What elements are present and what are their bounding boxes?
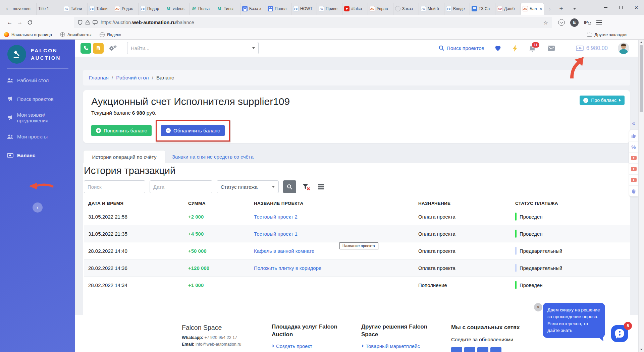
scrollbar-thumb[interactable]	[640, 45, 643, 112]
social-icon[interactable]	[464, 347, 475, 352]
browser-tab[interactable]: Панел ×	[266, 3, 291, 15]
browser-tab[interactable]: FS Введе ×	[444, 3, 470, 15]
tab-scroll-right-icon[interactable]: ›	[545, 3, 554, 15]
messages-button[interactable]	[548, 46, 555, 51]
browser-tab[interactable]: AU Дашб ×	[495, 3, 521, 15]
other-bookmarks[interactable]: Другие закладки	[587, 33, 640, 37]
browser-tab[interactable]: FS Табли ×	[87, 3, 113, 15]
sidebar-item[interactable]: Рабочий стол	[0, 71, 75, 90]
marketplace-link[interactable]: Товарный маркетплейс	[361, 343, 445, 349]
browser-tab[interactable]: FS Приве ×	[317, 3, 342, 15]
activity-button[interactable]	[513, 45, 518, 52]
social-icon[interactable]	[451, 347, 462, 352]
back-button[interactable]: ←	[5, 17, 15, 27]
balance-indicator[interactable]: 6 980.00	[576, 45, 608, 51]
sidebar-item[interactable]: Баланс	[0, 146, 75, 165]
scroll-down-icon[interactable]	[640, 349, 643, 350]
browser-menu-icon[interactable]	[596, 20, 602, 21]
project-link[interactable]: Положить плитку в коридоре	[254, 265, 321, 271]
address-bar[interactable]: https://auction.web-automation.ru/balanc…	[74, 17, 552, 28]
like-widget-button[interactable]	[629, 130, 638, 141]
favorites-button[interactable]	[494, 45, 501, 51]
settings-button[interactable]	[108, 45, 118, 52]
ip-extension-icon[interactable]: IP	[584, 20, 591, 25]
create-project-link[interactable]: Создать проект	[272, 343, 356, 349]
table-menu-icon[interactable]	[318, 184, 324, 185]
browser-tab[interactable]: movemen ×	[11, 3, 36, 15]
breadcrumb-home-link[interactable]: Главная	[89, 75, 109, 81]
video-widget-button[interactable]	[629, 174, 638, 185]
pocket-icon[interactable]	[558, 19, 565, 26]
browser-tab[interactable]: AU Управ ×	[368, 3, 393, 15]
about-balance-button[interactable]: i Про баланс	[580, 96, 625, 105]
video-widget-button[interactable]	[629, 152, 638, 163]
lock-icon[interactable]	[86, 20, 90, 25]
browser-tab[interactable]: FS Табли ×	[62, 3, 87, 15]
account-icon[interactable]: E	[570, 18, 579, 27]
sidebar-collapse-button[interactable]: ‹	[33, 202, 43, 213]
chat-widget-button[interactable]: 5	[611, 325, 628, 342]
project-link[interactable]: Тестовый проект 2	[254, 214, 298, 220]
bookmark-item[interactable]: Авиабилеты	[60, 32, 92, 37]
project-search-link[interactable]: Поиск проектов	[439, 45, 484, 51]
bookmark-item[interactable]: Яндекс	[100, 32, 121, 37]
shield-icon[interactable]	[78, 20, 83, 25]
topup-balance-button[interactable]: + Пополнить баланс	[91, 125, 152, 136]
scroll-up-icon[interactable]	[640, 42, 643, 43]
browser-tab[interactable]: M videos ×	[164, 3, 189, 15]
widget-collapse-icon[interactable]: «	[629, 118, 638, 129]
filter-search-input[interactable]	[84, 180, 145, 193]
tab-scroll-left-icon[interactable]: ‹	[3, 3, 11, 15]
forward-button[interactable]: →	[15, 17, 25, 27]
popup-close-button[interactable]: ×	[534, 303, 542, 311]
browser-tab[interactable]: #falco ×	[342, 3, 368, 15]
project-link[interactable]: Кафель в ванной комнате	[254, 248, 314, 254]
phone-button[interactable]	[80, 43, 91, 54]
tab-close-icon[interactable]: ×	[539, 7, 542, 11]
hand-widget-button[interactable]	[629, 185, 638, 196]
discount-widget-button[interactable]: %	[629, 141, 638, 152]
chevron-down-icon[interactable]	[252, 47, 255, 49]
close-button[interactable]: ×	[629, 1, 644, 14]
filter-date-input[interactable]	[150, 180, 212, 193]
filter-search-button[interactable]	[283, 180, 296, 193]
withdraw-balance-button[interactable]: − Обналичить баланс	[161, 125, 225, 136]
browser-tab[interactable]: Заказ ×	[393, 3, 419, 15]
social-icon[interactable]	[477, 347, 488, 352]
maximize-button[interactable]	[613, 1, 629, 14]
browser-tab[interactable]: M Польз ×	[189, 3, 215, 15]
bookmark-star-icon[interactable]: ☆	[543, 19, 548, 26]
notifications-button[interactable]: 11	[529, 45, 536, 52]
project-link[interactable]: Тестовый проект 1	[254, 231, 298, 237]
brand-block[interactable]: FALCON AUCTION	[0, 40, 75, 68]
browser-tab[interactable]: ТЗ Са ×	[470, 3, 495, 15]
new-tab-button[interactable]: +	[556, 3, 566, 15]
browser-tab[interactable]: M Типы ×	[215, 3, 240, 15]
browser-tab[interactable]: AU Редак ×	[113, 3, 138, 15]
sidebar-item[interactable]: Поиск проектов	[0, 90, 75, 108]
avatar[interactable]	[618, 43, 629, 54]
browser-tab[interactable]: AU Бал ×	[521, 3, 544, 15]
social-icon[interactable]	[490, 347, 501, 352]
browser-tab[interactable]: Title 1 ×	[36, 3, 62, 15]
browser-tab[interactable]: FS HOWT ×	[291, 3, 317, 15]
video-widget-button[interactable]	[629, 163, 638, 174]
reload-button[interactable]	[25, 17, 35, 27]
app-search-input[interactable]	[131, 45, 252, 51]
bookmark-item[interactable]: Начальная страница	[4, 32, 52, 37]
requests-button[interactable]	[93, 43, 104, 54]
minimize-button[interactable]	[598, 1, 613, 14]
sidebar-item[interactable]: Мои проекты	[0, 127, 75, 146]
app-search-box[interactable]	[127, 42, 259, 54]
breadcrumb-desk-link[interactable]: Рабочий стол	[116, 75, 149, 81]
tabs-list-menu-icon[interactable]	[570, 3, 580, 15]
permissions-icon[interactable]	[93, 20, 98, 25]
tab-withdraw-requests[interactable]: Заявки на снятие средств со счёта	[172, 154, 254, 160]
url-text[interactable]: https://auction.web-automation.ru/balanc…	[101, 20, 540, 25]
clear-filter-icon[interactable]	[302, 183, 310, 190]
browser-tab[interactable]: FS Мой б ×	[419, 3, 444, 15]
filter-status-select[interactable]: Статус платежа	[217, 180, 279, 193]
tab-history-operations[interactable]: История операций по счёту	[83, 150, 165, 163]
browser-tab[interactable]: FS Подар ×	[138, 3, 164, 15]
sidebar-item[interactable]: Мои заявки/предложения	[0, 108, 75, 127]
